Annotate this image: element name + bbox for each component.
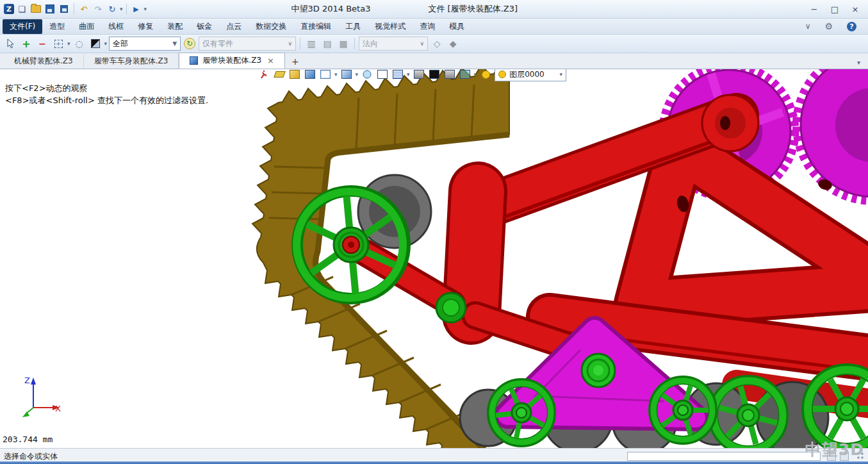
pickbox-caret-icon[interactable]: ▾ [67, 40, 70, 47]
app-title: 中望3D 2014 Beta3 [291, 3, 371, 15]
document-title: 文件 [履带块装配体.Z3] [428, 3, 518, 15]
menu-visual-style[interactable]: 视觉样式 [368, 19, 413, 34]
constraint-icon-1[interactable]: ◇ [430, 37, 444, 51]
tab-robot-arm-assembly[interactable]: 机械臂装配体.Z3 [4, 54, 84, 69]
measurement-readout: 203.744 mm [3, 435, 53, 444]
regen-icon[interactable] [258, 69, 270, 81]
dropdown-arrow-icon: ∨ [288, 40, 292, 47]
backface-icon[interactable] [376, 69, 389, 81]
separator [300, 38, 300, 49]
menu-assembly[interactable]: 装配 [160, 19, 190, 34]
menu-sheetmetal[interactable]: 钣金 [190, 19, 219, 34]
menu-tools[interactable]: 工具 [338, 19, 368, 34]
wireframe-caret-icon[interactable]: ▾ [334, 71, 338, 78]
section-view-icon[interactable] [391, 69, 404, 81]
menu-repair[interactable]: 修复 [131, 19, 160, 34]
color-filter-caret-icon[interactable]: ▾ [104, 40, 108, 47]
gear-right-part[interactable] [797, 49, 868, 201]
layer-dropdown[interactable]: 图层0000 ▾ [495, 67, 566, 81]
remove-selection-icon[interactable]: − [35, 37, 49, 51]
menu-inquire[interactable]: 查询 [413, 19, 442, 34]
pickbox-icon[interactable]: + [51, 37, 65, 51]
dropdown-arrow-icon: ∨ [420, 40, 424, 47]
chevron-down-icon[interactable]: ∨ [805, 22, 811, 31]
new-tab-button[interactable]: + [285, 54, 306, 69]
tab-close-icon[interactable]: × [266, 56, 274, 65]
refresh-icon[interactable]: ↻ [106, 3, 119, 15]
maximize-button[interactable]: □ [826, 3, 844, 15]
align-rows-icon[interactable]: ▤ [320, 37, 334, 51]
align-list-icon[interactable]: ▥ [304, 37, 318, 51]
iso-view-icon[interactable] [288, 69, 301, 81]
select-cursor-icon[interactable] [3, 37, 17, 51]
play-icon[interactable]: ▶ [130, 3, 143, 15]
menu-data-exchange[interactable]: 数据交换 [249, 19, 293, 34]
open-folder-icon[interactable] [29, 3, 42, 15]
menu-shape[interactable]: 造型 [42, 19, 72, 34]
menu-pointcloud[interactable]: 点云 [219, 19, 249, 34]
redo-icon[interactable]: ↷ [92, 3, 104, 15]
save-all-icon[interactable] [58, 3, 70, 15]
hint-line-2: <F8>或者<Shift-roll> 查找下一个有效的过滤器设置. [5, 94, 208, 106]
tab-overflow-icon[interactable]: ▾ [857, 59, 864, 69]
part-filter-dropdown[interactable]: 仅有零件 ∨ [199, 37, 296, 51]
section-caret-icon[interactable]: ▾ [407, 71, 410, 78]
dropdown-arrow-icon: ▾ [560, 71, 563, 78]
axis-x-label: X [55, 404, 61, 413]
new-document-icon[interactable]: ❏ [15, 3, 28, 15]
separator [126, 3, 127, 15]
black-swatch-icon[interactable] [428, 69, 441, 81]
save-icon[interactable] [44, 3, 56, 15]
hint-line-1: 按下<F2>动态的观察 [5, 82, 208, 94]
separator [354, 38, 355, 49]
minimize-button[interactable]: − [805, 3, 823, 15]
selection-toolbar: + − + ▾ ◌ ▾ 全部 ▼ ↻ 仅有零件 ∨ ▥ ▤ ▦ 法向 ∨ ◇ ◆ [0, 35, 868, 53]
add-selection-icon[interactable]: + [19, 37, 33, 51]
help-icon[interactable]: ? [847, 22, 856, 31]
menu-direct-edit[interactable]: 直接编辑 [293, 19, 338, 34]
menu-file[interactable]: 文件(F) [3, 19, 42, 34]
transparency-caret-icon[interactable]: ▾ [474, 71, 477, 78]
watermark: 中望3D [805, 439, 864, 460]
shade-view-icon[interactable] [304, 69, 316, 81]
tab-track-block-assembly[interactable]: 履带块装配体.Z3 × [179, 53, 285, 69]
undo-icon[interactable]: ↶ [78, 3, 90, 15]
menu-mold[interactable]: 模具 [442, 19, 471, 34]
transparency-swatch-icon[interactable] [459, 69, 471, 81]
menu-wireframe[interactable]: 线框 [101, 19, 131, 34]
filter-type-dropdown[interactable]: 全部 ▼ [109, 37, 181, 51]
document-tabbar: 机械臂装配体.Z3 履带车车身装配体.Z3 履带块装配体.Z3 × + ▾ [0, 53, 868, 69]
color-filter-icon[interactable] [88, 37, 102, 51]
road-wheel-right2[interactable] [807, 369, 868, 449]
regen-filter-icon[interactable]: ↻ [183, 37, 197, 51]
tab-track-body-assembly[interactable]: 履带车车身装配体.Z3 [84, 54, 179, 69]
align-grid-icon[interactable]: ▦ [336, 37, 350, 51]
constraint-icon-2[interactable]: ◆ [446, 37, 460, 51]
axis-z-label: Z [24, 376, 30, 385]
refresh-caret-icon[interactable]: ▾ [120, 6, 123, 12]
shaded-mode-icon[interactable] [340, 69, 353, 81]
render-mode-icon[interactable] [361, 69, 373, 81]
command-input[interactable] [627, 452, 821, 461]
assembly-doc-icon [190, 56, 198, 65]
normal-dropdown[interactable]: 法向 ∨ [359, 37, 428, 51]
play-caret-icon[interactable]: ▾ [144, 6, 147, 12]
lasso-circle-icon[interactable]: ◌ [72, 37, 86, 51]
wireframe-mode-icon[interactable] [319, 69, 332, 81]
status-prompt: 选择命令或实体 [4, 451, 58, 462]
gray-swatch-icon[interactable] [443, 69, 456, 81]
hub-part[interactable] [436, 293, 466, 322]
app-logo-icon: Z [4, 4, 14, 14]
gray-shade-icon[interactable] [413, 69, 425, 81]
coordinate-triad: Z X [22, 376, 61, 417]
gear-icon[interactable]: ⚙ [824, 21, 833, 31]
view-toolbar: ▾ ▾ ▾ ▾ 图层0000 ▾ [258, 67, 566, 81]
eraser-icon[interactable] [273, 69, 286, 81]
bottom-edge-bar [0, 461, 868, 464]
viewport-hint: 按下<F2>动态的观察 <F8>或者<Shift-roll> 查找下一个有效的过… [5, 82, 208, 106]
close-button[interactable]: × [846, 3, 864, 15]
lightbulb-icon[interactable] [479, 69, 492, 81]
shaded-caret-icon[interactable]: ▾ [356, 71, 359, 78]
bogie-pivot-wheel[interactable] [582, 354, 615, 387]
menu-surface[interactable]: 曲面 [72, 19, 101, 34]
